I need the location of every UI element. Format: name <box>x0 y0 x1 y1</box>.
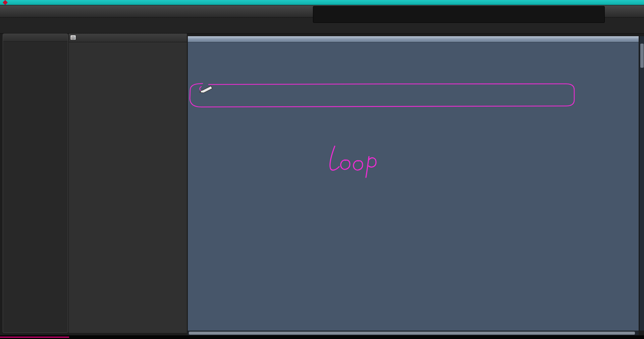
inspector-header <box>3 34 68 42</box>
vertical-scrollbar[interactable] <box>639 36 644 331</box>
vertical-scrollbar-thumb[interactable] <box>640 44 644 68</box>
timeline-ruler[interactable] <box>188 36 639 42</box>
horizontal-scrollbar-thumb[interactable] <box>189 332 635 335</box>
cubase-window: ◫ ▤ <box>0 0 644 339</box>
horizontal-scrollbar[interactable] <box>188 331 639 335</box>
title-bar <box>0 0 644 5</box>
track-list <box>69 34 187 333</box>
bottom-strip <box>0 335 644 339</box>
track-list-header: ◫ <box>69 34 187 42</box>
transport-panel <box>313 6 605 23</box>
inspector-panel <box>3 34 68 333</box>
arrangement-area[interactable] <box>188 42 639 331</box>
video-progress-marker <box>0 337 69 338</box>
track-list-tool-icon[interactable]: ◫ <box>70 35 76 40</box>
cubase-logo-icon <box>3 0 8 5</box>
